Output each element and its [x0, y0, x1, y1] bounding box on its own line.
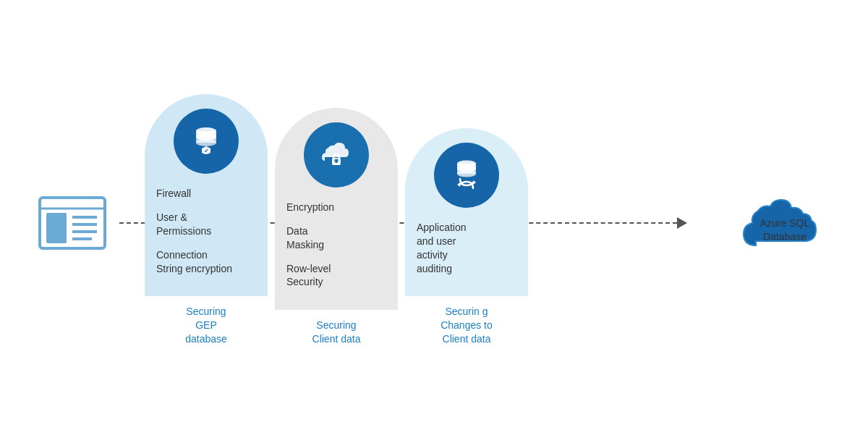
app-window-icon [36, 194, 109, 252]
database-sync-icon [434, 143, 499, 208]
pillar-client-items: Encryption DataMasking Row-levelSecurity [286, 201, 386, 310]
pillar-client: @ Encryption DataMasking Row-levelSecuri… [275, 108, 398, 352]
item-app-user-auditing: Applicationand useractivityauditing [417, 221, 516, 276]
database-shield-icon: ✓ [174, 109, 239, 174]
cloud-lock-icon: @ [304, 122, 369, 188]
azure-label-line1: Azure SQL [760, 217, 809, 229]
pillar-changes-items: Applicationand useractivityauditing [417, 221, 516, 297]
svg-marker-22 [473, 180, 476, 185]
svg-rect-2 [46, 213, 67, 243]
item-firewall: Firewall [156, 187, 256, 201]
item-data-masking: DataMasking [286, 224, 386, 252]
svg-text:✓: ✓ [204, 148, 209, 154]
pillar-gep-items: Firewall User &Permissions ConnectionStr… [156, 187, 256, 296]
item-user-permissions: User &Permissions [156, 211, 256, 238]
diagram: ✓ Firewall User &Permissions ConnectionS… [36, 20, 832, 426]
pillar-gep-label: SecuringGEPdatabase [185, 306, 227, 345]
item-encryption: Encryption [286, 201, 386, 214]
azure-sql-cloud: Azure SQL Database [738, 189, 832, 258]
svg-text:@: @ [333, 158, 339, 163]
svg-point-11 [196, 139, 216, 146]
pillar-gep-footer: SecuringGEPdatabase [145, 296, 268, 352]
item-row-level-security: Row-levelSecurity [286, 262, 386, 290]
pillar-client-footer: SecuringClient data [275, 310, 398, 352]
pillars-container: ✓ Firewall User &Permissions ConnectionS… [145, 94, 709, 352]
pillar-changes: Applicationand useractivityauditing Secu… [405, 128, 528, 352]
svg-marker-23 [457, 182, 460, 187]
svg-point-21 [457, 170, 476, 177]
pillar-client-label: SecuringClient data [312, 319, 361, 345]
pillar-changes-footer: Securin gChanges toClient data [405, 296, 528, 352]
pillar-gep: ✓ Firewall User &Permissions ConnectionS… [145, 94, 268, 352]
pillar-changes-label: Securin gChanges toClient data [441, 306, 493, 345]
item-connection-string: ConnectionString encryption [156, 248, 256, 276]
azure-label-line2: Database [763, 231, 807, 243]
